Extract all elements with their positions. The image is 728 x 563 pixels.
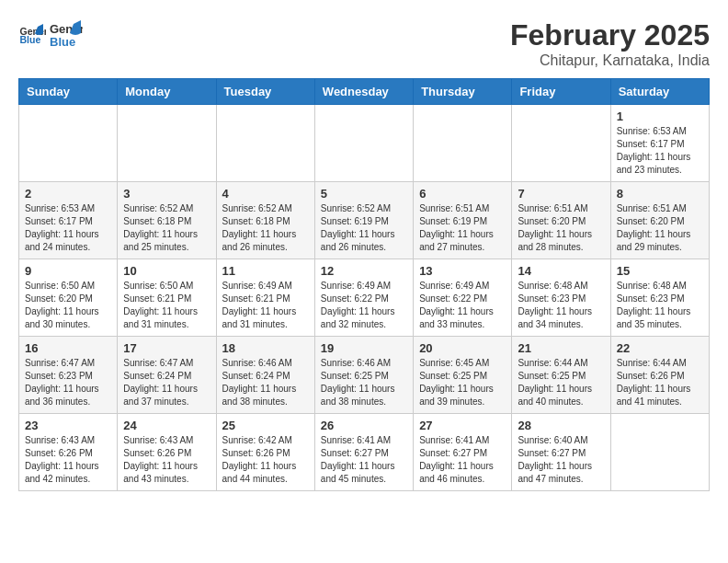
day-number: 22 (617, 341, 703, 355)
calendar-cell: 19Sunrise: 6:46 AM Sunset: 6:25 PM Dayli… (314, 337, 413, 414)
day-info: Sunrise: 6:41 AM Sunset: 6:27 PM Dayligh… (419, 434, 506, 486)
calendar-cell: 7Sunrise: 6:51 AM Sunset: 6:20 PM Daylig… (512, 182, 610, 259)
day-number: 26 (321, 419, 407, 432)
day-number: 3 (123, 187, 210, 201)
day-number: 14 (518, 264, 604, 278)
day-number: 13 (419, 264, 506, 278)
location-subtitle: Chitapur, Karnataka, India (510, 52, 710, 69)
calendar-day-header: Sunday (19, 79, 118, 105)
day-info: Sunrise: 6:49 AM Sunset: 6:22 PM Dayligh… (419, 280, 506, 331)
calendar-day-header: Tuesday (216, 79, 314, 105)
calendar-cell: 3Sunrise: 6:52 AM Sunset: 6:18 PM Daylig… (118, 182, 216, 259)
day-info: Sunrise: 6:44 AM Sunset: 6:26 PM Dayligh… (617, 357, 703, 408)
calendar-cell: 8Sunrise: 6:51 AM Sunset: 6:20 PM Daylig… (610, 182, 709, 259)
calendar-cell: 23Sunrise: 6:43 AM Sunset: 6:26 PM Dayli… (19, 414, 118, 491)
day-number: 11 (222, 264, 309, 278)
day-number: 9 (25, 264, 111, 278)
day-info: Sunrise: 6:40 AM Sunset: 6:27 PM Dayligh… (518, 434, 604, 486)
calendar-header-row: SundayMondayTuesdayWednesdayThursdayFrid… (19, 79, 710, 105)
calendar-cell (118, 105, 216, 182)
calendar-cell: 1Sunrise: 6:53 AM Sunset: 6:17 PM Daylig… (610, 105, 709, 182)
day-info: Sunrise: 6:45 AM Sunset: 6:25 PM Dayligh… (419, 357, 506, 408)
day-info: Sunrise: 6:43 AM Sunset: 6:26 PM Dayligh… (25, 434, 111, 486)
calendar-cell: 4Sunrise: 6:52 AM Sunset: 6:18 PM Daylig… (216, 182, 314, 259)
calendar-cell: 6Sunrise: 6:51 AM Sunset: 6:19 PM Daylig… (414, 182, 512, 259)
calendar-cell (512, 105, 610, 182)
calendar-cell (19, 105, 118, 182)
day-info: Sunrise: 6:52 AM Sunset: 6:19 PM Dayligh… (321, 202, 407, 254)
day-info: Sunrise: 6:50 AM Sunset: 6:21 PM Dayligh… (123, 280, 210, 331)
day-info: Sunrise: 6:53 AM Sunset: 6:17 PM Dayligh… (617, 125, 703, 177)
day-number: 19 (321, 341, 407, 355)
calendar-cell: 22Sunrise: 6:44 AM Sunset: 6:26 PM Dayli… (610, 337, 709, 414)
calendar-day-header: Saturday (610, 79, 709, 105)
day-number: 2 (25, 187, 111, 201)
day-number: 1 (617, 109, 703, 123)
day-info: Sunrise: 6:47 AM Sunset: 6:24 PM Dayligh… (123, 357, 210, 408)
calendar-cell: 14Sunrise: 6:48 AM Sunset: 6:23 PM Dayli… (512, 259, 610, 337)
day-number: 16 (25, 341, 111, 355)
calendar-week-row: 2Sunrise: 6:53 AM Sunset: 6:17 PM Daylig… (19, 182, 710, 259)
calendar-cell: 10Sunrise: 6:50 AM Sunset: 6:21 PM Dayli… (118, 259, 216, 337)
calendar-day-header: Thursday (414, 79, 512, 105)
calendar-week-row: 16Sunrise: 6:47 AM Sunset: 6:23 PM Dayli… (19, 337, 710, 414)
calendar-cell: 28Sunrise: 6:40 AM Sunset: 6:27 PM Dayli… (512, 414, 610, 491)
day-info: Sunrise: 6:51 AM Sunset: 6:20 PM Dayligh… (617, 202, 703, 254)
day-number: 4 (222, 187, 309, 201)
day-info: Sunrise: 6:46 AM Sunset: 6:25 PM Dayligh… (321, 357, 407, 408)
calendar-day-header: Friday (512, 79, 610, 105)
day-info: Sunrise: 6:41 AM Sunset: 6:27 PM Dayligh… (321, 434, 407, 486)
calendar-cell: 20Sunrise: 6:45 AM Sunset: 6:25 PM Dayli… (414, 337, 512, 414)
calendar-cell (216, 105, 314, 182)
day-info: Sunrise: 6:47 AM Sunset: 6:23 PM Dayligh… (25, 357, 111, 408)
day-number: 25 (222, 419, 309, 432)
day-info: Sunrise: 6:49 AM Sunset: 6:21 PM Dayligh… (222, 280, 309, 331)
day-number: 10 (123, 264, 210, 278)
svg-text:Blue: Blue (50, 35, 75, 49)
day-info: Sunrise: 6:43 AM Sunset: 6:26 PM Dayligh… (123, 434, 210, 486)
calendar-cell: 9Sunrise: 6:50 AM Sunset: 6:20 PM Daylig… (19, 259, 118, 337)
calendar-cell: 2Sunrise: 6:53 AM Sunset: 6:17 PM Daylig… (19, 182, 118, 259)
calendar-cell: 11Sunrise: 6:49 AM Sunset: 6:21 PM Dayli… (216, 259, 314, 337)
day-number: 5 (321, 187, 407, 201)
calendar-cell: 12Sunrise: 6:49 AM Sunset: 6:22 PM Dayli… (314, 259, 413, 337)
day-number: 15 (617, 264, 703, 278)
calendar-cell: 25Sunrise: 6:42 AM Sunset: 6:26 PM Dayli… (216, 414, 314, 491)
month-year-title: February 2025 (510, 18, 710, 52)
calendar-table: SundayMondayTuesdayWednesdayThursdayFrid… (18, 78, 710, 491)
calendar-cell: 17Sunrise: 6:47 AM Sunset: 6:24 PM Dayli… (118, 337, 216, 414)
day-info: Sunrise: 6:52 AM Sunset: 6:18 PM Dayligh… (123, 202, 210, 254)
day-info: Sunrise: 6:50 AM Sunset: 6:20 PM Dayligh… (25, 280, 111, 331)
day-number: 12 (321, 264, 407, 278)
day-info: Sunrise: 6:51 AM Sunset: 6:20 PM Dayligh… (518, 202, 604, 254)
day-number: 20 (419, 341, 506, 355)
day-number: 18 (222, 341, 309, 355)
day-number: 21 (518, 341, 604, 355)
day-number: 23 (25, 419, 111, 432)
calendar-cell: 5Sunrise: 6:52 AM Sunset: 6:19 PM Daylig… (314, 182, 413, 259)
calendar-cell: 13Sunrise: 6:49 AM Sunset: 6:22 PM Dayli… (414, 259, 512, 337)
day-number: 28 (518, 419, 604, 432)
day-number: 6 (419, 187, 506, 201)
calendar-cell: 18Sunrise: 6:46 AM Sunset: 6:24 PM Dayli… (216, 337, 314, 414)
calendar-week-row: 9Sunrise: 6:50 AM Sunset: 6:20 PM Daylig… (19, 259, 710, 337)
svg-text:Blue: Blue (20, 34, 41, 45)
calendar-cell (414, 105, 512, 182)
day-info: Sunrise: 6:46 AM Sunset: 6:24 PM Dayligh… (222, 357, 309, 408)
day-info: Sunrise: 6:48 AM Sunset: 6:23 PM Dayligh… (617, 280, 703, 331)
day-info: Sunrise: 6:42 AM Sunset: 6:26 PM Dayligh… (222, 434, 309, 486)
calendar-day-header: Wednesday (314, 79, 413, 105)
general-blue-logo-icon: General Blue (50, 18, 83, 52)
calendar-cell: 24Sunrise: 6:43 AM Sunset: 6:26 PM Dayli… (118, 414, 216, 491)
calendar-cell: 27Sunrise: 6:41 AM Sunset: 6:27 PM Dayli… (414, 414, 512, 491)
day-info: Sunrise: 6:48 AM Sunset: 6:23 PM Dayligh… (518, 280, 604, 331)
logo: General Blue General Blue (18, 18, 83, 52)
calendar-cell: 26Sunrise: 6:41 AM Sunset: 6:27 PM Dayli… (314, 414, 413, 491)
calendar-cell (314, 105, 413, 182)
day-number: 7 (518, 187, 604, 201)
calendar-cell: 15Sunrise: 6:48 AM Sunset: 6:23 PM Dayli… (610, 259, 709, 337)
day-number: 24 (123, 419, 210, 432)
page-header: General Blue General Blue February 2025 … (18, 18, 710, 69)
calendar-week-row: 23Sunrise: 6:43 AM Sunset: 6:26 PM Dayli… (19, 414, 710, 491)
day-number: 17 (123, 341, 210, 355)
